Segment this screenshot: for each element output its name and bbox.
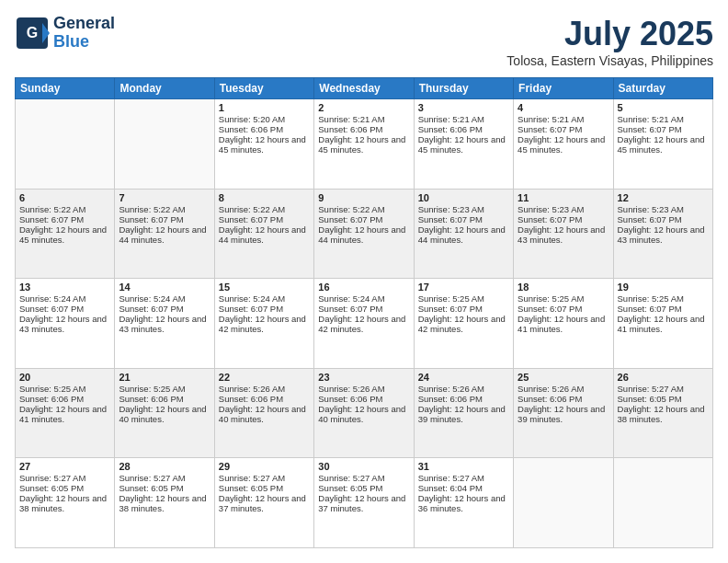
sunset-text: Sunset: 6:07 PM	[518, 124, 609, 134]
sunset-text: Sunset: 6:07 PM	[618, 304, 709, 314]
calendar-cell: 24Sunrise: 5:26 AMSunset: 6:06 PMDayligh…	[414, 368, 513, 458]
day-number: 1	[219, 102, 310, 113]
daylight-text: Daylight: 12 hours and 40 minutes.	[119, 404, 210, 424]
daylight-text: Daylight: 12 hours and 43 minutes.	[518, 224, 609, 245]
daylight-text: Daylight: 12 hours and 40 minutes.	[219, 404, 310, 424]
sunrise-text: Sunrise: 5:22 AM	[219, 204, 310, 214]
calendar-cell: 7Sunrise: 5:22 AMSunset: 6:07 PMDaylight…	[115, 189, 214, 279]
calendar-cell: 11Sunrise: 5:23 AMSunset: 6:07 PMDayligh…	[514, 189, 613, 279]
weekday-header-monday: Monday	[115, 78, 214, 99]
day-number: 8	[219, 192, 310, 203]
daylight-text: Daylight: 12 hours and 44 minutes.	[318, 224, 409, 245]
day-number: 3	[418, 102, 509, 113]
calendar-cell: 4Sunrise: 5:21 AMSunset: 6:07 PMDaylight…	[514, 99, 613, 190]
calendar-cell: 31Sunrise: 5:27 AMSunset: 6:04 PMDayligh…	[414, 458, 513, 548]
calendar-cell: 3Sunrise: 5:21 AMSunset: 6:06 PMDaylight…	[414, 99, 513, 190]
sunset-text: Sunset: 6:07 PM	[219, 304, 310, 314]
calendar-cell: 19Sunrise: 5:25 AMSunset: 6:07 PMDayligh…	[613, 279, 712, 369]
calendar-cell: 29Sunrise: 5:27 AMSunset: 6:05 PMDayligh…	[214, 458, 313, 548]
calendar-cell: 1Sunrise: 5:20 AMSunset: 6:06 PMDaylight…	[214, 99, 313, 190]
day-number: 23	[318, 372, 409, 383]
day-number: 10	[418, 192, 509, 203]
day-number: 6	[19, 192, 110, 203]
sunrise-text: Sunrise: 5:21 AM	[518, 114, 609, 124]
sunset-text: Sunset: 6:06 PM	[418, 124, 509, 134]
weekday-header-tuesday: Tuesday	[214, 78, 313, 99]
calendar-cell	[514, 458, 613, 548]
day-number: 28	[119, 461, 210, 472]
sunrise-text: Sunrise: 5:24 AM	[19, 293, 110, 304]
calendar-cell: 26Sunrise: 5:27 AMSunset: 6:05 PMDayligh…	[613, 368, 712, 458]
weekday-header-sunday: Sunday	[16, 78, 115, 99]
sunset-text: Sunset: 6:05 PM	[618, 394, 709, 404]
day-number: 27	[19, 461, 110, 472]
sunrise-text: Sunrise: 5:21 AM	[618, 114, 709, 124]
sunrise-text: Sunrise: 5:24 AM	[219, 293, 310, 304]
daylight-text: Daylight: 12 hours and 44 minutes.	[418, 224, 509, 245]
sunset-text: Sunset: 6:07 PM	[318, 214, 409, 224]
calendar-cell: 6Sunrise: 5:22 AMSunset: 6:07 PMDaylight…	[16, 189, 115, 279]
week-row-1: 6Sunrise: 5:22 AMSunset: 6:07 PMDaylight…	[16, 189, 713, 279]
calendar-cell: 2Sunrise: 5:21 AMSunset: 6:06 PMDaylight…	[314, 99, 414, 190]
day-number: 25	[518, 372, 609, 383]
day-number: 14	[119, 282, 210, 293]
sunrise-text: Sunrise: 5:23 AM	[418, 204, 509, 214]
sunrise-text: Sunrise: 5:21 AM	[418, 114, 509, 124]
sunrise-text: Sunrise: 5:25 AM	[418, 293, 509, 304]
sunrise-text: Sunrise: 5:23 AM	[518, 204, 609, 214]
calendar-cell: 14Sunrise: 5:24 AMSunset: 6:07 PMDayligh…	[115, 279, 214, 369]
daylight-text: Daylight: 12 hours and 44 minutes.	[219, 224, 310, 245]
sunrise-text: Sunrise: 5:22 AM	[119, 204, 210, 214]
calendar-table: SundayMondayTuesdayWednesdayThursdayFrid…	[15, 77, 713, 548]
week-row-0: 1Sunrise: 5:20 AMSunset: 6:06 PMDaylight…	[16, 99, 713, 190]
daylight-text: Daylight: 12 hours and 41 minutes.	[19, 404, 110, 424]
sunset-text: Sunset: 6:07 PM	[418, 214, 509, 224]
sunset-text: Sunset: 6:07 PM	[119, 304, 210, 314]
day-number: 17	[418, 282, 509, 293]
sunset-text: Sunset: 6:07 PM	[219, 214, 310, 224]
daylight-text: Daylight: 12 hours and 43 minutes.	[119, 314, 210, 334]
sunrise-text: Sunrise: 5:22 AM	[19, 204, 110, 214]
calendar-cell: 20Sunrise: 5:25 AMSunset: 6:06 PMDayligh…	[16, 368, 115, 458]
calendar-cell	[613, 458, 712, 548]
daylight-text: Daylight: 12 hours and 42 minutes.	[318, 314, 409, 334]
calendar-cell: 15Sunrise: 5:24 AMSunset: 6:07 PMDayligh…	[214, 279, 313, 369]
day-number: 11	[518, 192, 609, 203]
logo: G General Blue	[15, 15, 115, 52]
location: Tolosa, Eastern Visayas, Philippines	[506, 53, 713, 68]
calendar-cell: 28Sunrise: 5:27 AMSunset: 6:05 PMDayligh…	[115, 458, 214, 548]
day-number: 19	[618, 282, 709, 293]
day-number: 4	[518, 102, 609, 113]
weekday-header-saturday: Saturday	[613, 78, 712, 99]
daylight-text: Daylight: 12 hours and 38 minutes.	[618, 404, 709, 424]
calendar-cell: 13Sunrise: 5:24 AMSunset: 6:07 PMDayligh…	[16, 279, 115, 369]
sunrise-text: Sunrise: 5:24 AM	[318, 293, 409, 304]
sunset-text: Sunset: 6:06 PM	[219, 124, 310, 134]
daylight-text: Daylight: 12 hours and 41 minutes.	[518, 314, 609, 334]
day-number: 21	[119, 372, 210, 383]
daylight-text: Daylight: 12 hours and 38 minutes.	[119, 493, 210, 513]
sunrise-text: Sunrise: 5:27 AM	[618, 384, 709, 394]
weekday-header-friday: Friday	[514, 78, 613, 99]
week-row-2: 13Sunrise: 5:24 AMSunset: 6:07 PMDayligh…	[16, 279, 713, 369]
daylight-text: Daylight: 12 hours and 36 minutes.	[418, 493, 509, 513]
daylight-text: Daylight: 12 hours and 45 minutes.	[19, 224, 110, 245]
calendar-cell: 25Sunrise: 5:26 AMSunset: 6:06 PMDayligh…	[514, 368, 613, 458]
sunset-text: Sunset: 6:07 PM	[618, 214, 709, 224]
sunset-text: Sunset: 6:07 PM	[119, 214, 210, 224]
sunset-text: Sunset: 6:07 PM	[19, 214, 110, 224]
daylight-text: Daylight: 12 hours and 43 minutes.	[19, 314, 110, 334]
sunset-text: Sunset: 6:06 PM	[418, 394, 509, 404]
daylight-text: Daylight: 12 hours and 45 minutes.	[618, 134, 709, 155]
sunrise-text: Sunrise: 5:25 AM	[518, 293, 609, 304]
day-number: 18	[518, 282, 609, 293]
day-number: 2	[318, 102, 409, 113]
day-number: 30	[318, 461, 409, 472]
title-block: July 2025 Tolosa, Eastern Visayas, Phili…	[506, 15, 713, 68]
daylight-text: Daylight: 12 hours and 45 minutes.	[518, 134, 609, 155]
weekday-header-wednesday: Wednesday	[314, 78, 414, 99]
sunset-text: Sunset: 6:07 PM	[418, 304, 509, 314]
sunrise-text: Sunrise: 5:27 AM	[19, 473, 110, 483]
daylight-text: Daylight: 12 hours and 45 minutes.	[219, 134, 310, 155]
sunset-text: Sunset: 6:06 PM	[19, 394, 110, 404]
